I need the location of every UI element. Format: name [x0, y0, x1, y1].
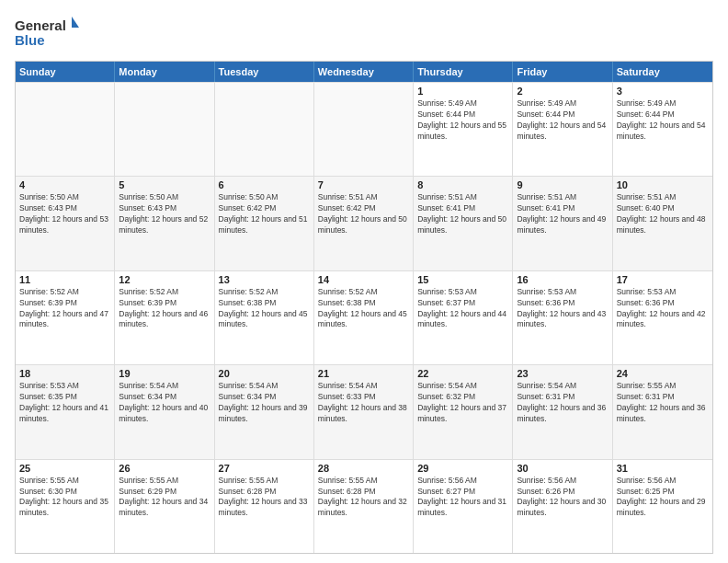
day-cell-4: 4Sunrise: 5:50 AMSunset: 6:43 PMDaylight… — [16, 177, 115, 270]
day-info: Sunrise: 5:53 AMSunset: 6:37 PMDaylight:… — [417, 287, 508, 331]
day-info: Sunrise: 5:50 AMSunset: 6:42 PMDaylight:… — [219, 192, 310, 236]
day-cell-30: 30Sunrise: 5:56 AMSunset: 6:26 PMDayligh… — [513, 460, 612, 553]
day-cell-2: 2Sunrise: 5:49 AMSunset: 6:44 PMDaylight… — [513, 83, 612, 176]
day-cell-21: 21Sunrise: 5:54 AMSunset: 6:33 PMDayligh… — [314, 365, 414, 458]
logo: GeneralBlue — [15, 15, 79, 52]
day-cell-22: 22Sunrise: 5:54 AMSunset: 6:32 PMDayligh… — [414, 365, 513, 458]
day-cell-27: 27Sunrise: 5:55 AMSunset: 6:28 PMDayligh… — [215, 460, 314, 553]
day-info: Sunrise: 5:55 AMSunset: 6:28 PMDaylight:… — [219, 476, 310, 520]
day-cell-19: 19Sunrise: 5:54 AMSunset: 6:34 PMDayligh… — [115, 365, 214, 458]
svg-marker-2 — [72, 17, 79, 28]
day-number: 30 — [517, 463, 608, 474]
day-cell-7: 7Sunrise: 5:51 AMSunset: 6:42 PMDaylight… — [314, 177, 414, 270]
day-info: Sunrise: 5:55 AMSunset: 6:29 PMDaylight:… — [119, 476, 210, 520]
day-info: Sunrise: 5:55 AMSunset: 6:30 PMDaylight:… — [19, 476, 110, 520]
day-info: Sunrise: 5:49 AMSunset: 6:44 PMDaylight:… — [517, 98, 608, 143]
day-cell-13: 13Sunrise: 5:52 AMSunset: 6:38 PMDayligh… — [215, 271, 314, 364]
page-header: GeneralBlue — [15, 15, 713, 52]
day-number: 11 — [19, 274, 110, 285]
day-info: Sunrise: 5:54 AMSunset: 6:34 PMDaylight:… — [119, 381, 210, 425]
day-number: 31 — [617, 463, 709, 474]
day-number: 26 — [119, 463, 210, 474]
day-number: 27 — [219, 463, 310, 474]
day-number: 1 — [417, 86, 508, 97]
day-info: Sunrise: 5:52 AMSunset: 6:39 PMDaylight:… — [119, 287, 210, 331]
day-cell-15: 15Sunrise: 5:53 AMSunset: 6:37 PMDayligh… — [414, 271, 513, 364]
day-number: 29 — [417, 463, 508, 474]
day-number: 12 — [119, 274, 210, 285]
day-info: Sunrise: 5:52 AMSunset: 6:38 PMDaylight:… — [318, 287, 409, 331]
day-info: Sunrise: 5:52 AMSunset: 6:38 PMDaylight:… — [219, 287, 310, 331]
day-info: Sunrise: 5:56 AMSunset: 6:25 PMDaylight:… — [617, 476, 709, 520]
svg-text:Blue: Blue — [15, 32, 45, 48]
day-info: Sunrise: 5:53 AMSunset: 6:36 PMDaylight:… — [617, 287, 709, 331]
day-number: 13 — [219, 274, 310, 285]
header-day-friday: Friday — [513, 62, 612, 82]
calendar-row-3: 11Sunrise: 5:52 AMSunset: 6:39 PMDayligh… — [16, 270, 712, 364]
day-cell-14: 14Sunrise: 5:52 AMSunset: 6:38 PMDayligh… — [314, 271, 414, 364]
day-info: Sunrise: 5:50 AMSunset: 6:43 PMDaylight:… — [19, 192, 110, 236]
day-number: 2 — [517, 86, 608, 97]
day-cell-18: 18Sunrise: 5:53 AMSunset: 6:35 PMDayligh… — [16, 365, 115, 458]
day-info: Sunrise: 5:54 AMSunset: 6:33 PMDaylight:… — [318, 381, 409, 425]
day-info: Sunrise: 5:55 AMSunset: 6:28 PMDaylight:… — [318, 476, 409, 520]
empty-cell — [16, 83, 115, 176]
calendar-header: SundayMondayTuesdayWednesdayThursdayFrid… — [16, 62, 712, 82]
day-cell-26: 26Sunrise: 5:55 AMSunset: 6:29 PMDayligh… — [115, 460, 214, 553]
day-number: 14 — [318, 274, 409, 285]
day-cell-24: 24Sunrise: 5:55 AMSunset: 6:31 PMDayligh… — [613, 365, 712, 458]
day-info: Sunrise: 5:54 AMSunset: 6:32 PMDaylight:… — [417, 381, 508, 425]
day-cell-1: 1Sunrise: 5:49 AMSunset: 6:44 PMDaylight… — [414, 83, 513, 176]
day-info: Sunrise: 5:51 AMSunset: 6:41 PMDaylight:… — [417, 192, 508, 236]
day-number: 24 — [617, 368, 709, 379]
day-cell-31: 31Sunrise: 5:56 AMSunset: 6:25 PMDayligh… — [613, 460, 712, 553]
day-number: 3 — [617, 86, 709, 97]
day-info: Sunrise: 5:55 AMSunset: 6:31 PMDaylight:… — [617, 381, 709, 425]
day-info: Sunrise: 5:51 AMSunset: 6:41 PMDaylight:… — [517, 192, 608, 236]
day-number: 8 — [417, 179, 508, 190]
day-info: Sunrise: 5:52 AMSunset: 6:39 PMDaylight:… — [19, 287, 110, 331]
day-number: 23 — [517, 368, 608, 379]
day-cell-17: 17Sunrise: 5:53 AMSunset: 6:36 PMDayligh… — [613, 271, 712, 364]
day-info: Sunrise: 5:54 AMSunset: 6:31 PMDaylight:… — [517, 381, 608, 425]
day-cell-16: 16Sunrise: 5:53 AMSunset: 6:36 PMDayligh… — [513, 271, 612, 364]
day-cell-6: 6Sunrise: 5:50 AMSunset: 6:42 PMDaylight… — [215, 177, 314, 270]
day-number: 7 — [318, 179, 409, 190]
calendar: SundayMondayTuesdayWednesdayThursdayFrid… — [15, 61, 713, 554]
header-day-sunday: Sunday — [16, 62, 115, 82]
day-info: Sunrise: 5:51 AMSunset: 6:42 PMDaylight:… — [318, 192, 409, 236]
day-cell-8: 8Sunrise: 5:51 AMSunset: 6:41 PMDaylight… — [414, 177, 513, 270]
day-number: 25 — [19, 463, 110, 474]
day-number: 20 — [219, 368, 310, 379]
calendar-row-1: 1Sunrise: 5:49 AMSunset: 6:44 PMDaylight… — [16, 82, 712, 176]
day-number: 18 — [19, 368, 110, 379]
day-info: Sunrise: 5:50 AMSunset: 6:43 PMDaylight:… — [119, 192, 210, 236]
day-number: 17 — [617, 274, 709, 285]
day-number: 9 — [517, 179, 608, 190]
day-cell-9: 9Sunrise: 5:51 AMSunset: 6:41 PMDaylight… — [513, 177, 612, 270]
calendar-row-2: 4Sunrise: 5:50 AMSunset: 6:43 PMDaylight… — [16, 176, 712, 270]
day-cell-23: 23Sunrise: 5:54 AMSunset: 6:31 PMDayligh… — [513, 365, 612, 458]
day-info: Sunrise: 5:53 AMSunset: 6:35 PMDaylight:… — [19, 381, 110, 425]
day-info: Sunrise: 5:49 AMSunset: 6:44 PMDaylight:… — [417, 98, 508, 143]
day-number: 10 — [617, 179, 709, 190]
header-day-monday: Monday — [115, 62, 214, 82]
day-number: 21 — [318, 368, 409, 379]
day-number: 4 — [19, 179, 110, 190]
header-day-thursday: Thursday — [414, 62, 513, 82]
day-cell-28: 28Sunrise: 5:55 AMSunset: 6:28 PMDayligh… — [314, 460, 414, 553]
calendar-body: 1Sunrise: 5:49 AMSunset: 6:44 PMDaylight… — [16, 82, 712, 553]
day-cell-11: 11Sunrise: 5:52 AMSunset: 6:39 PMDayligh… — [16, 271, 115, 364]
day-number: 16 — [517, 274, 608, 285]
empty-cell — [115, 83, 214, 176]
day-number: 28 — [318, 463, 409, 474]
svg-text:General: General — [15, 17, 66, 33]
day-info: Sunrise: 5:49 AMSunset: 6:44 PMDaylight:… — [617, 98, 709, 143]
day-cell-12: 12Sunrise: 5:52 AMSunset: 6:39 PMDayligh… — [115, 271, 214, 364]
day-number: 6 — [219, 179, 310, 190]
day-cell-3: 3Sunrise: 5:49 AMSunset: 6:44 PMDaylight… — [613, 83, 712, 176]
day-number: 22 — [417, 368, 508, 379]
header-day-saturday: Saturday — [613, 62, 712, 82]
day-info: Sunrise: 5:56 AMSunset: 6:27 PMDaylight:… — [417, 476, 508, 520]
day-cell-20: 20Sunrise: 5:54 AMSunset: 6:34 PMDayligh… — [215, 365, 314, 458]
